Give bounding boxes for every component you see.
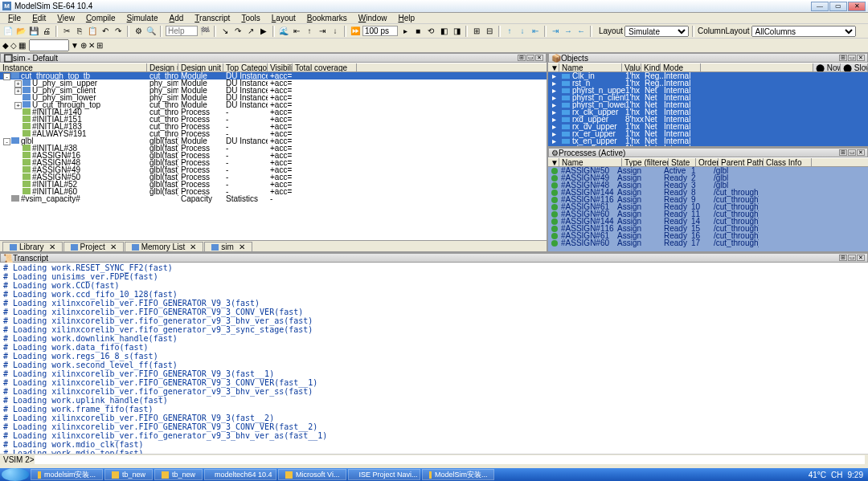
nav-prev-icon[interactable]: ← bbox=[575, 26, 587, 37]
obj-close-icon[interactable]: ✕ bbox=[857, 55, 865, 61]
run-step-icon[interactable]: ▸ bbox=[399, 26, 411, 37]
run-icon[interactable]: ▶ bbox=[258, 26, 269, 37]
obj-undock-icon[interactable]: ▭ bbox=[848, 55, 856, 61]
objects-list[interactable]: ▸Clk_in1'hxReg...Internal▸rst_n1'hxReg..… bbox=[548, 72, 868, 146]
sim-col-header[interactable]: Total coverage bbox=[293, 63, 357, 71]
proc-col-header[interactable]: Name bbox=[559, 158, 622, 166]
proc-dock-icon[interactable]: ⊞ bbox=[839, 149, 847, 156]
maximize-button[interactable]: ▭ bbox=[829, 2, 847, 11]
menu-bookmarks[interactable]: Bookmarks bbox=[302, 14, 352, 22]
menu-compile[interactable]: Compile bbox=[81, 14, 121, 22]
secondary-input[interactable] bbox=[29, 39, 69, 51]
find-icon[interactable]: 🔍 bbox=[145, 26, 157, 37]
layout-select[interactable]: Simulate bbox=[624, 26, 689, 37]
new-icon[interactable]: 📄 bbox=[2, 26, 14, 37]
cut-icon[interactable]: ✂ bbox=[61, 26, 72, 37]
nav-left-icon[interactable]: ⇤ bbox=[530, 26, 541, 37]
command-input[interactable] bbox=[35, 455, 865, 464]
proc-col-header[interactable]: Parent Path bbox=[719, 158, 764, 166]
tool2-icon-e[interactable]: ⊕ bbox=[80, 41, 87, 50]
close-button[interactable]: ✕ bbox=[848, 2, 866, 11]
help-go-icon[interactable]: 🏁 bbox=[199, 26, 211, 37]
sim-tree[interactable]: -cut_through_top_tbcut_throug...ModuleDU… bbox=[0, 72, 547, 240]
obj-btn-slow[interactable]: ⬤ Slow bbox=[841, 63, 868, 71]
obj-col-header[interactable]: Kind bbox=[641, 63, 661, 71]
obj-dock-icon[interactable]: ⊞ bbox=[839, 55, 847, 61]
menu-tools[interactable]: Tools bbox=[236, 14, 264, 22]
save-icon[interactable]: 💾 bbox=[28, 26, 39, 37]
close-pane-icon[interactable]: ✕ bbox=[535, 55, 543, 61]
print-icon[interactable]: 🖨 bbox=[41, 26, 52, 37]
menu-window[interactable]: Window bbox=[354, 14, 392, 22]
menu-help[interactable]: Help bbox=[393, 14, 420, 22]
column-layout-select[interactable]: AllColumns bbox=[751, 26, 856, 37]
tool2-icon-g[interactable]: ⊞ bbox=[96, 41, 103, 50]
obj-btn-now[interactable]: ⬤ Now bbox=[813, 63, 841, 71]
sim-col-header[interactable]: Design unit bbox=[147, 63, 178, 71]
break-icon[interactable]: ■ bbox=[412, 26, 424, 37]
redo-icon[interactable]: ↷ bbox=[113, 26, 124, 37]
sim-col-header[interactable]: Instance bbox=[0, 63, 147, 71]
menu-file[interactable]: File bbox=[3, 14, 26, 22]
toolbar-icon-c[interactable]: ⊞ bbox=[471, 26, 482, 37]
proc-col-header[interactable]: State bbox=[669, 158, 696, 166]
tool2-icon-c[interactable]: ▦ bbox=[18, 41, 26, 50]
menu-transcript[interactable]: Transcript bbox=[190, 14, 235, 22]
compile-icon[interactable]: ⚙ bbox=[133, 26, 144, 37]
undo-icon[interactable]: ↶ bbox=[100, 26, 111, 37]
menu-view[interactable]: View bbox=[52, 14, 80, 22]
paste-icon[interactable]: 📋 bbox=[87, 26, 98, 37]
nav-next-icon[interactable]: → bbox=[563, 26, 574, 37]
tray-lang[interactable]: CH bbox=[831, 471, 842, 479]
minimize-button[interactable]: — bbox=[811, 2, 829, 11]
copy-icon[interactable]: ⎘ bbox=[74, 26, 85, 37]
sim-col-header[interactable]: Visibility bbox=[268, 63, 293, 71]
obj-col-header[interactable]: Name bbox=[559, 63, 622, 71]
tool2-icon-b[interactable]: ◇ bbox=[10, 41, 17, 50]
toolbar-icon-b[interactable]: ◨ bbox=[451, 26, 462, 37]
wave-zoom-icon[interactable]: 🌊 bbox=[278, 26, 289, 37]
taskbar-button[interactable]: Microsoft Vi... bbox=[278, 469, 346, 480]
step-out-icon[interactable]: ↗ bbox=[245, 26, 256, 37]
run-length-input[interactable] bbox=[362, 26, 398, 36]
tool2-icon-d[interactable]: ▼ bbox=[71, 41, 79, 50]
proc-close-icon[interactable]: ✕ bbox=[857, 149, 865, 156]
sim-tree-row[interactable]: #vsim_capacity#CapacityStatistics- bbox=[0, 195, 547, 202]
cursor-left-icon[interactable]: ⇤ bbox=[291, 26, 302, 37]
transcript-output[interactable]: # Loading work.RESET_SYNC_FF2(fast)# Loa… bbox=[0, 263, 868, 454]
run-all-icon[interactable]: ⏩ bbox=[350, 26, 361, 37]
restart-icon[interactable]: ⟲ bbox=[425, 26, 436, 37]
nav-right-icon[interactable]: ⇥ bbox=[550, 26, 561, 37]
taskbar-button[interactable]: modelsim安装... bbox=[31, 469, 103, 480]
menu-edit[interactable]: Edit bbox=[27, 14, 51, 22]
obj-col-header[interactable]: Value bbox=[622, 63, 641, 71]
sim-col-header[interactable]: Design unit type bbox=[178, 63, 223, 71]
proc-col-header[interactable]: Class Info bbox=[764, 158, 812, 166]
menu-add[interactable]: Add bbox=[165, 14, 189, 22]
step-into-icon[interactable]: ↘ bbox=[219, 26, 231, 37]
object-row[interactable]: ▸gtx_clk_upper1'hxNetInternal bbox=[548, 145, 868, 146]
sim-col-header[interactable]: Top Category bbox=[223, 63, 268, 71]
tab-library[interactable]: Library ✕ bbox=[2, 242, 63, 251]
menu-simulate[interactable]: Simulate bbox=[122, 14, 163, 22]
obj-col-header[interactable]: Mode bbox=[661, 63, 701, 71]
taskbar-button[interactable]: ISE Project Navi... bbox=[348, 469, 420, 480]
toolbar-icon-d[interactable]: ⊟ bbox=[484, 26, 495, 37]
tab-sim[interactable]: sim ✕ bbox=[204, 242, 252, 251]
help-search-input[interactable] bbox=[166, 26, 198, 36]
trans-undock-icon[interactable]: ▭ bbox=[848, 255, 856, 261]
trans-close-icon[interactable]: ✕ bbox=[857, 255, 865, 261]
nav-down-icon[interactable]: ↓ bbox=[517, 26, 528, 37]
undock-icon[interactable]: ▭ bbox=[526, 55, 534, 61]
trans-dock-icon[interactable]: ⊞ bbox=[839, 255, 847, 261]
taskbar-button[interactable]: tb_new bbox=[154, 469, 203, 480]
open-icon[interactable]: 📂 bbox=[15, 26, 27, 37]
tool2-icon-a[interactable]: ◆ bbox=[2, 41, 9, 50]
start-button[interactable] bbox=[2, 468, 29, 481]
taskbar-button[interactable]: ModelSim安装... bbox=[422, 469, 494, 480]
nav-up-icon[interactable]: ↑ bbox=[504, 26, 515, 37]
cursor-up-icon[interactable]: ↑ bbox=[304, 26, 315, 37]
step-over-icon[interactable]: ↷ bbox=[232, 26, 244, 37]
proc-col-header[interactable]: Type (filtered) bbox=[622, 158, 669, 166]
menu-layout[interactable]: Layout bbox=[267, 14, 301, 22]
